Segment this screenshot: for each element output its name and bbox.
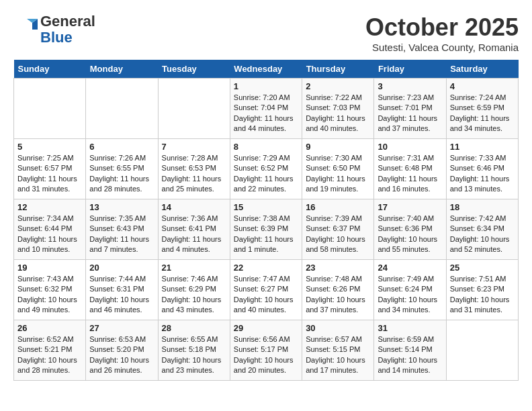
location-subtitle: Sutesti, Valcea County, Romania — [365, 42, 519, 53]
day-number: 20 — [89, 263, 154, 273]
day-number: 21 — [162, 263, 226, 273]
day-number: 27 — [89, 323, 154, 333]
calendar-cell: 9Sunrise: 7:30 AM Sunset: 6:50 PM Daylig… — [302, 139, 374, 199]
day-info: Sunrise: 6:52 AM Sunset: 5:21 PM Dayligh… — [17, 334, 82, 376]
day-number: 25 — [450, 263, 515, 273]
calendar-cell — [158, 79, 230, 139]
calendar-cell: 18Sunrise: 7:42 AM Sunset: 6:34 PM Dayli… — [446, 199, 518, 260]
day-info: Sunrise: 7:43 AM Sunset: 6:32 PM Dayligh… — [17, 274, 82, 316]
calendar-cell: 11Sunrise: 7:33 AM Sunset: 6:46 PM Dayli… — [446, 139, 518, 199]
day-number: 1 — [234, 81, 298, 91]
day-info: Sunrise: 7:33 AM Sunset: 6:46 PM Dayligh… — [450, 153, 515, 195]
calendar-cell: 6Sunrise: 7:26 AM Sunset: 6:55 PM Daylig… — [86, 139, 158, 199]
calendar-cell — [14, 79, 86, 139]
logo-general-text: General — [40, 13, 95, 30]
logo-icon — [13, 17, 38, 42]
day-number: 16 — [306, 202, 370, 212]
day-info: Sunrise: 7:40 AM Sunset: 6:36 PM Dayligh… — [378, 214, 442, 255]
day-info: Sunrise: 7:30 AM Sunset: 6:50 PM Dayligh… — [306, 153, 370, 195]
week-row-4: 26Sunrise: 6:52 AM Sunset: 5:21 PM Dayli… — [14, 320, 519, 381]
day-info: Sunrise: 6:59 AM Sunset: 5:14 PM Dayligh… — [378, 334, 442, 376]
day-info: Sunrise: 6:55 AM Sunset: 5:18 PM Dayligh… — [162, 334, 226, 376]
logo: General Blue — [13, 13, 95, 46]
calendar-cell: 24Sunrise: 7:49 AM Sunset: 6:24 PM Dayli… — [374, 260, 446, 320]
calendar-cell: 7Sunrise: 7:28 AM Sunset: 6:53 PM Daylig… — [158, 139, 230, 199]
calendar-cell: 13Sunrise: 7:35 AM Sunset: 6:43 PM Dayli… — [86, 199, 158, 260]
day-number: 18 — [450, 202, 515, 212]
day-info: Sunrise: 7:23 AM Sunset: 7:01 PM Dayligh… — [378, 93, 442, 134]
title-block: October 2025 Sutesti, Valcea County, Rom… — [365, 13, 519, 53]
day-info: Sunrise: 7:34 AM Sunset: 6:44 PM Dayligh… — [17, 214, 82, 255]
day-number: 11 — [450, 142, 515, 152]
header-friday: Friday — [374, 60, 446, 79]
day-info: Sunrise: 7:26 AM Sunset: 6:55 PM Dayligh… — [89, 153, 154, 195]
day-info: Sunrise: 7:49 AM Sunset: 6:24 PM Dayligh… — [378, 274, 442, 316]
calendar-cell: 28Sunrise: 6:55 AM Sunset: 5:18 PM Dayli… — [158, 320, 230, 381]
day-number: 15 — [234, 202, 298, 212]
header-tuesday: Tuesday — [158, 60, 230, 79]
day-info: Sunrise: 7:38 AM Sunset: 6:39 PM Dayligh… — [234, 214, 298, 255]
calendar-cell: 17Sunrise: 7:40 AM Sunset: 6:36 PM Dayli… — [374, 199, 446, 260]
day-number: 23 — [306, 263, 370, 273]
calendar-cell: 20Sunrise: 7:44 AM Sunset: 6:31 PM Dayli… — [86, 260, 158, 320]
day-number: 3 — [378, 81, 442, 91]
calendar-cell: 3Sunrise: 7:23 AM Sunset: 7:01 PM Daylig… — [374, 79, 446, 139]
calendar-cell: 30Sunrise: 6:57 AM Sunset: 5:15 PM Dayli… — [302, 320, 374, 381]
calendar-cell: 1Sunrise: 7:20 AM Sunset: 7:04 PM Daylig… — [230, 79, 302, 139]
day-number: 14 — [162, 202, 226, 212]
calendar-cell: 27Sunrise: 6:53 AM Sunset: 5:20 PM Dayli… — [86, 320, 158, 381]
day-info: Sunrise: 6:57 AM Sunset: 5:15 PM Dayligh… — [306, 334, 370, 376]
day-info: Sunrise: 7:44 AM Sunset: 6:31 PM Dayligh… — [89, 274, 154, 316]
calendar-cell: 29Sunrise: 6:56 AM Sunset: 5:17 PM Dayli… — [230, 320, 302, 381]
calendar-cell: 5Sunrise: 7:25 AM Sunset: 6:57 PM Daylig… — [14, 139, 86, 199]
header-monday: Monday — [86, 60, 158, 79]
calendar-cell: 4Sunrise: 7:24 AM Sunset: 6:59 PM Daylig… — [446, 79, 518, 139]
day-number: 17 — [378, 202, 442, 212]
day-number: 22 — [234, 263, 298, 273]
calendar-cell: 8Sunrise: 7:29 AM Sunset: 6:52 PM Daylig… — [230, 139, 302, 199]
calendar-cell: 31Sunrise: 6:59 AM Sunset: 5:14 PM Dayli… — [374, 320, 446, 381]
calendar-cell: 26Sunrise: 6:52 AM Sunset: 5:21 PM Dayli… — [14, 320, 86, 381]
day-info: Sunrise: 7:20 AM Sunset: 7:04 PM Dayligh… — [234, 93, 298, 134]
day-info: Sunrise: 7:48 AM Sunset: 6:26 PM Dayligh… — [306, 274, 370, 316]
day-number: 6 — [89, 142, 154, 152]
day-number: 10 — [378, 142, 442, 152]
day-number: 9 — [306, 142, 370, 152]
header-sunday: Sunday — [14, 60, 86, 79]
calendar-cell: 25Sunrise: 7:51 AM Sunset: 6:23 PM Dayli… — [446, 260, 518, 320]
header-row: SundayMondayTuesdayWednesdayThursdayFrid… — [14, 60, 519, 79]
day-number: 26 — [17, 323, 82, 333]
calendar-cell: 12Sunrise: 7:34 AM Sunset: 6:44 PM Dayli… — [14, 199, 86, 260]
week-row-3: 19Sunrise: 7:43 AM Sunset: 6:32 PM Dayli… — [14, 260, 519, 320]
week-row-1: 5Sunrise: 7:25 AM Sunset: 6:57 PM Daylig… — [14, 139, 519, 199]
calendar-cell: 21Sunrise: 7:46 AM Sunset: 6:29 PM Dayli… — [158, 260, 230, 320]
day-info: Sunrise: 7:24 AM Sunset: 6:59 PM Dayligh… — [450, 93, 515, 134]
day-number: 28 — [162, 323, 226, 333]
day-info: Sunrise: 7:35 AM Sunset: 6:43 PM Dayligh… — [89, 214, 154, 255]
header-saturday: Saturday — [446, 60, 518, 79]
day-number: 2 — [306, 81, 370, 91]
day-info: Sunrise: 7:46 AM Sunset: 6:29 PM Dayligh… — [162, 274, 226, 316]
calendar-body: 1Sunrise: 7:20 AM Sunset: 7:04 PM Daylig… — [14, 79, 519, 381]
calendar-cell: 14Sunrise: 7:36 AM Sunset: 6:41 PM Dayli… — [158, 199, 230, 260]
day-info: Sunrise: 7:22 AM Sunset: 7:03 PM Dayligh… — [306, 93, 370, 134]
day-number: 12 — [17, 202, 82, 212]
calendar-cell: 23Sunrise: 7:48 AM Sunset: 6:26 PM Dayli… — [302, 260, 374, 320]
week-row-2: 12Sunrise: 7:34 AM Sunset: 6:44 PM Dayli… — [14, 199, 519, 260]
page-header: General Blue October 2025 Sutesti, Valce… — [13, 13, 519, 53]
day-number: 13 — [89, 202, 154, 212]
header-wednesday: Wednesday — [230, 60, 302, 79]
calendar-cell: 22Sunrise: 7:47 AM Sunset: 6:27 PM Dayli… — [230, 260, 302, 320]
day-info: Sunrise: 7:36 AM Sunset: 6:41 PM Dayligh… — [162, 214, 226, 255]
day-info: Sunrise: 7:39 AM Sunset: 6:37 PM Dayligh… — [306, 214, 370, 255]
calendar-table: SundayMondayTuesdayWednesdayThursdayFrid… — [13, 60, 519, 381]
month-title: October 2025 — [365, 13, 519, 42]
day-info: Sunrise: 7:42 AM Sunset: 6:34 PM Dayligh… — [450, 214, 515, 255]
calendar-cell: 15Sunrise: 7:38 AM Sunset: 6:39 PM Dayli… — [230, 199, 302, 260]
day-number: 30 — [306, 323, 370, 333]
day-number: 8 — [234, 142, 298, 152]
day-number: 29 — [234, 323, 298, 333]
header-thursday: Thursday — [302, 60, 374, 79]
day-info: Sunrise: 6:56 AM Sunset: 5:17 PM Dayligh… — [234, 334, 298, 376]
calendar-cell: 16Sunrise: 7:39 AM Sunset: 6:37 PM Dayli… — [302, 199, 374, 260]
